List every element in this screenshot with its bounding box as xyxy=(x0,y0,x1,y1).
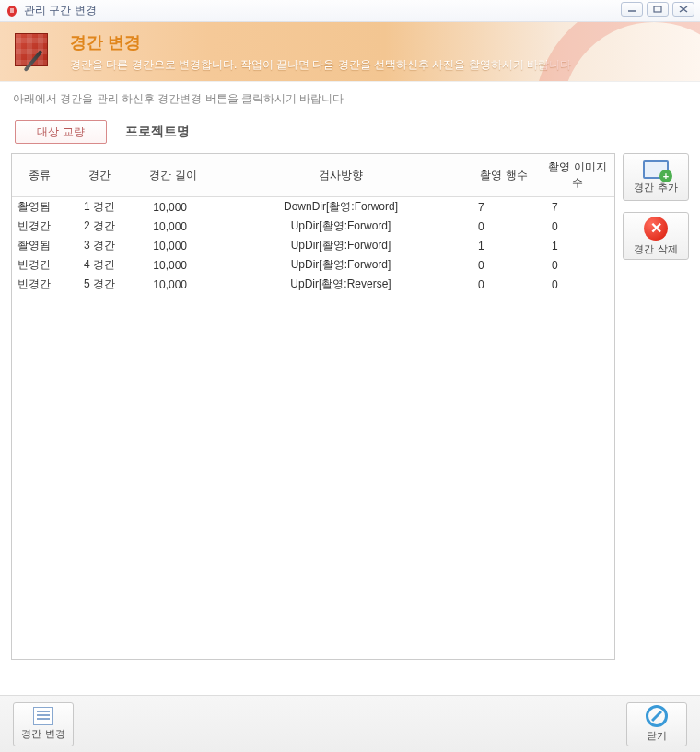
add-span-button[interactable]: 경간 추가 xyxy=(623,153,689,201)
cell-span: 3 경간 xyxy=(67,236,132,255)
col-direction: 검사방향 xyxy=(215,154,467,197)
monitor-plus-icon xyxy=(643,160,669,179)
table-header-row: 종류 경간 경간 길이 검사방향 촬영 행수 촬영 이미지수 xyxy=(12,154,614,197)
top-controls: 대상 교량 프로젝트명 xyxy=(0,120,700,153)
cell-type: 빈경간 xyxy=(12,275,67,294)
minimize-button[interactable] xyxy=(621,2,643,17)
col-images: 촬영 이미지수 xyxy=(541,154,614,197)
close-dialog-label: 닫기 xyxy=(647,729,667,743)
cell-direction: UpDir[촬영:Forword] xyxy=(215,255,467,275)
col-rows: 촬영 행수 xyxy=(467,154,541,197)
delete-span-button[interactable]: ✕ 경간 삭제 xyxy=(623,212,689,260)
cell-type: 빈경간 xyxy=(12,255,67,275)
change-span-label: 경간 변경 xyxy=(21,727,64,741)
table-row[interactable]: 촬영됨3 경간10,000UpDir[촬영:Forword]11 xyxy=(12,236,614,255)
cell-span: 1 경간 xyxy=(67,197,132,217)
span-table-container: 종류 경간 경간 길이 검사방향 촬영 행수 촬영 이미지수 촬영됨1 경간10… xyxy=(11,153,615,660)
target-bridge-button[interactable]: 대상 교량 xyxy=(15,120,107,144)
target-bridge-label: 대상 교량 xyxy=(37,124,84,140)
cell-length: 10,000 xyxy=(132,197,215,217)
table-row[interactable]: 촬영됨1 경간10,000DownDir[촬영:Forword]77 xyxy=(12,197,614,217)
footer-bar: 경간 변경 닫기 xyxy=(0,695,700,752)
window-titlebar: 관리 구간 변경 xyxy=(0,0,700,22)
cell-length: 10,000 xyxy=(132,275,215,294)
span-table[interactable]: 종류 경간 경간 길이 검사방향 촬영 행수 촬영 이미지수 촬영됨1 경간10… xyxy=(12,154,614,294)
cell-type: 빈경간 xyxy=(12,217,67,236)
window-controls xyxy=(621,2,694,17)
document-icon xyxy=(33,707,53,725)
table-row[interactable]: 빈경간5 경간10,000UpDir[촬영:Reverse]00 xyxy=(12,275,614,294)
col-type: 종류 xyxy=(12,154,67,197)
cell-direction: UpDir[촬영:Reverse] xyxy=(215,275,467,294)
delete-span-label: 경간 삭제 xyxy=(634,242,677,256)
cell-rows: 0 xyxy=(467,217,541,236)
close-dialog-button[interactable]: 닫기 xyxy=(626,702,687,746)
cell-span: 5 경간 xyxy=(67,275,132,294)
cell-images: 7 xyxy=(541,197,614,217)
cell-rows: 1 xyxy=(467,236,541,255)
svg-rect-1 xyxy=(654,6,661,12)
cell-rows: 0 xyxy=(467,275,541,294)
col-length: 경간 길이 xyxy=(132,154,215,197)
cell-images: 0 xyxy=(541,217,614,236)
cell-rows: 0 xyxy=(467,255,541,275)
header-title: 경간 변경 xyxy=(70,31,571,53)
cell-direction: UpDir[촬영:Forword] xyxy=(215,217,467,236)
cell-rows: 7 xyxy=(467,197,541,217)
table-row[interactable]: 빈경간2 경간10,000UpDir[촬영:Forword]00 xyxy=(12,217,614,236)
project-name-label: 프로젝트명 xyxy=(125,123,190,140)
close-button[interactable] xyxy=(672,2,694,17)
maximize-button[interactable] xyxy=(647,2,669,17)
close-circle-icon xyxy=(646,705,668,727)
header-icon xyxy=(11,29,55,74)
cell-images: 0 xyxy=(541,275,614,294)
side-buttons: 경간 추가 ✕ 경간 삭제 xyxy=(623,153,689,660)
cell-images: 0 xyxy=(541,255,614,275)
cell-span: 4 경간 xyxy=(67,255,132,275)
col-span: 경간 xyxy=(67,154,132,197)
change-span-button[interactable]: 경간 변경 xyxy=(13,702,74,746)
delete-icon: ✕ xyxy=(644,217,668,241)
cell-direction: UpDir[촬영:Forword] xyxy=(215,236,467,255)
cell-length: 10,000 xyxy=(132,217,215,236)
add-span-label: 경간 추가 xyxy=(634,181,677,194)
cell-type: 촬영됨 xyxy=(12,236,67,255)
cell-length: 10,000 xyxy=(132,255,215,275)
table-row[interactable]: 빈경간4 경간10,000UpDir[촬영:Forword]00 xyxy=(12,255,614,275)
header-banner: 경간 변경 경간을 다른 경간으로 변경합니다. 작업이 끝나면 다음 경간을 … xyxy=(0,22,700,81)
cell-span: 2 경간 xyxy=(67,217,132,236)
app-icon xyxy=(6,5,18,18)
cell-length: 10,000 xyxy=(132,236,215,255)
header-subtitle: 경간을 다른 경간으로 변경합니다. 작업이 끝나면 다음 경간을 선택하신후 … xyxy=(70,57,571,73)
cell-type: 촬영됨 xyxy=(12,197,67,217)
cell-images: 1 xyxy=(541,236,614,255)
cell-direction: DownDir[촬영:Forword] xyxy=(215,197,467,217)
header-text: 경간 변경 경간을 다른 경간으로 변경합니다. 작업이 끝나면 다음 경간을 … xyxy=(70,31,571,73)
window-title: 관리 구간 변경 xyxy=(24,3,97,18)
instruction-text: 아래에서 경간을 관리 하신후 경간변경 버튼을 클릭하시기 바랍니다 xyxy=(0,81,700,120)
